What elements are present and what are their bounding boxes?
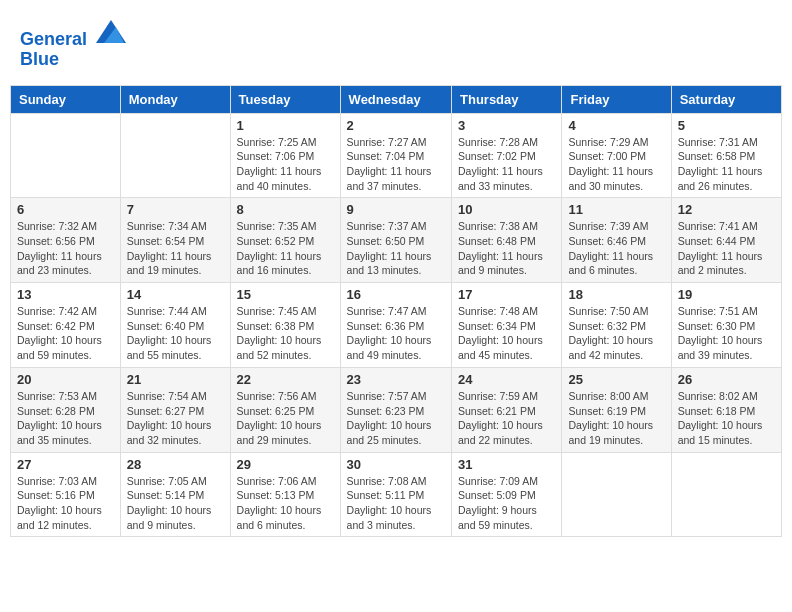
day-number: 19 bbox=[678, 287, 775, 302]
day-info: Sunrise: 7:57 AM Sunset: 6:23 PM Dayligh… bbox=[347, 389, 445, 448]
calendar-cell: 26Sunrise: 8:02 AM Sunset: 6:18 PM Dayli… bbox=[671, 367, 781, 452]
calendar-cell bbox=[562, 452, 671, 537]
calendar-cell: 23Sunrise: 7:57 AM Sunset: 6:23 PM Dayli… bbox=[340, 367, 451, 452]
day-number: 24 bbox=[458, 372, 555, 387]
day-info: Sunrise: 7:09 AM Sunset: 5:09 PM Dayligh… bbox=[458, 474, 555, 533]
calendar-cell: 7Sunrise: 7:34 AM Sunset: 6:54 PM Daylig… bbox=[120, 198, 230, 283]
day-info: Sunrise: 7:54 AM Sunset: 6:27 PM Dayligh… bbox=[127, 389, 224, 448]
weekday-header: Monday bbox=[120, 85, 230, 113]
day-number: 11 bbox=[568, 202, 664, 217]
calendar-cell: 27Sunrise: 7:03 AM Sunset: 5:16 PM Dayli… bbox=[11, 452, 121, 537]
calendar-cell: 24Sunrise: 7:59 AM Sunset: 6:21 PM Dayli… bbox=[452, 367, 562, 452]
day-info: Sunrise: 8:00 AM Sunset: 6:19 PM Dayligh… bbox=[568, 389, 664, 448]
day-number: 28 bbox=[127, 457, 224, 472]
day-number: 14 bbox=[127, 287, 224, 302]
calendar-cell: 19Sunrise: 7:51 AM Sunset: 6:30 PM Dayli… bbox=[671, 283, 781, 368]
calendar-cell: 21Sunrise: 7:54 AM Sunset: 6:27 PM Dayli… bbox=[120, 367, 230, 452]
calendar-cell: 13Sunrise: 7:42 AM Sunset: 6:42 PM Dayli… bbox=[11, 283, 121, 368]
day-number: 26 bbox=[678, 372, 775, 387]
day-number: 25 bbox=[568, 372, 664, 387]
calendar-cell bbox=[120, 113, 230, 198]
day-number: 10 bbox=[458, 202, 555, 217]
calendar-cell: 4Sunrise: 7:29 AM Sunset: 7:00 PM Daylig… bbox=[562, 113, 671, 198]
day-number: 13 bbox=[17, 287, 114, 302]
day-info: Sunrise: 7:53 AM Sunset: 6:28 PM Dayligh… bbox=[17, 389, 114, 448]
calendar-cell: 28Sunrise: 7:05 AM Sunset: 5:14 PM Dayli… bbox=[120, 452, 230, 537]
day-info: Sunrise: 7:39 AM Sunset: 6:46 PM Dayligh… bbox=[568, 219, 664, 278]
day-info: Sunrise: 7:25 AM Sunset: 7:06 PM Dayligh… bbox=[237, 135, 334, 194]
day-info: Sunrise: 7:48 AM Sunset: 6:34 PM Dayligh… bbox=[458, 304, 555, 363]
day-info: Sunrise: 7:08 AM Sunset: 5:11 PM Dayligh… bbox=[347, 474, 445, 533]
day-number: 7 bbox=[127, 202, 224, 217]
logo-blue: Blue bbox=[20, 49, 59, 69]
day-number: 22 bbox=[237, 372, 334, 387]
day-info: Sunrise: 7:56 AM Sunset: 6:25 PM Dayligh… bbox=[237, 389, 334, 448]
day-number: 20 bbox=[17, 372, 114, 387]
day-info: Sunrise: 7:31 AM Sunset: 6:58 PM Dayligh… bbox=[678, 135, 775, 194]
calendar-cell: 20Sunrise: 7:53 AM Sunset: 6:28 PM Dayli… bbox=[11, 367, 121, 452]
day-number: 30 bbox=[347, 457, 445, 472]
day-info: Sunrise: 7:50 AM Sunset: 6:32 PM Dayligh… bbox=[568, 304, 664, 363]
calendar-cell: 5Sunrise: 7:31 AM Sunset: 6:58 PM Daylig… bbox=[671, 113, 781, 198]
calendar-cell: 29Sunrise: 7:06 AM Sunset: 5:13 PM Dayli… bbox=[230, 452, 340, 537]
calendar-cell: 14Sunrise: 7:44 AM Sunset: 6:40 PM Dayli… bbox=[120, 283, 230, 368]
day-info: Sunrise: 7:27 AM Sunset: 7:04 PM Dayligh… bbox=[347, 135, 445, 194]
day-number: 29 bbox=[237, 457, 334, 472]
day-info: Sunrise: 7:44 AM Sunset: 6:40 PM Dayligh… bbox=[127, 304, 224, 363]
calendar-cell: 22Sunrise: 7:56 AM Sunset: 6:25 PM Dayli… bbox=[230, 367, 340, 452]
calendar-table: SundayMondayTuesdayWednesdayThursdayFrid… bbox=[10, 85, 782, 538]
day-info: Sunrise: 7:34 AM Sunset: 6:54 PM Dayligh… bbox=[127, 219, 224, 278]
calendar-week-row: 20Sunrise: 7:53 AM Sunset: 6:28 PM Dayli… bbox=[11, 367, 782, 452]
calendar-cell: 6Sunrise: 7:32 AM Sunset: 6:56 PM Daylig… bbox=[11, 198, 121, 283]
calendar-cell: 25Sunrise: 8:00 AM Sunset: 6:19 PM Dayli… bbox=[562, 367, 671, 452]
logo-icon bbox=[96, 15, 126, 45]
calendar-cell bbox=[671, 452, 781, 537]
day-info: Sunrise: 7:51 AM Sunset: 6:30 PM Dayligh… bbox=[678, 304, 775, 363]
page-header: General Blue bbox=[10, 10, 782, 75]
calendar-cell: 10Sunrise: 7:38 AM Sunset: 6:48 PM Dayli… bbox=[452, 198, 562, 283]
day-info: Sunrise: 7:41 AM Sunset: 6:44 PM Dayligh… bbox=[678, 219, 775, 278]
calendar-cell: 8Sunrise: 7:35 AM Sunset: 6:52 PM Daylig… bbox=[230, 198, 340, 283]
day-number: 4 bbox=[568, 118, 664, 133]
day-number: 12 bbox=[678, 202, 775, 217]
calendar-week-row: 6Sunrise: 7:32 AM Sunset: 6:56 PM Daylig… bbox=[11, 198, 782, 283]
weekday-header: Tuesday bbox=[230, 85, 340, 113]
calendar-week-row: 13Sunrise: 7:42 AM Sunset: 6:42 PM Dayli… bbox=[11, 283, 782, 368]
day-info: Sunrise: 7:06 AM Sunset: 5:13 PM Dayligh… bbox=[237, 474, 334, 533]
calendar-cell: 1Sunrise: 7:25 AM Sunset: 7:06 PM Daylig… bbox=[230, 113, 340, 198]
calendar-cell: 2Sunrise: 7:27 AM Sunset: 7:04 PM Daylig… bbox=[340, 113, 451, 198]
day-info: Sunrise: 7:05 AM Sunset: 5:14 PM Dayligh… bbox=[127, 474, 224, 533]
day-info: Sunrise: 7:47 AM Sunset: 6:36 PM Dayligh… bbox=[347, 304, 445, 363]
calendar-cell: 17Sunrise: 7:48 AM Sunset: 6:34 PM Dayli… bbox=[452, 283, 562, 368]
day-info: Sunrise: 7:45 AM Sunset: 6:38 PM Dayligh… bbox=[237, 304, 334, 363]
calendar-cell: 11Sunrise: 7:39 AM Sunset: 6:46 PM Dayli… bbox=[562, 198, 671, 283]
calendar-header-row: SundayMondayTuesdayWednesdayThursdayFrid… bbox=[11, 85, 782, 113]
day-info: Sunrise: 7:38 AM Sunset: 6:48 PM Dayligh… bbox=[458, 219, 555, 278]
weekday-header: Wednesday bbox=[340, 85, 451, 113]
calendar-week-row: 1Sunrise: 7:25 AM Sunset: 7:06 PM Daylig… bbox=[11, 113, 782, 198]
day-number: 8 bbox=[237, 202, 334, 217]
day-info: Sunrise: 7:32 AM Sunset: 6:56 PM Dayligh… bbox=[17, 219, 114, 278]
calendar-cell: 18Sunrise: 7:50 AM Sunset: 6:32 PM Dayli… bbox=[562, 283, 671, 368]
day-number: 17 bbox=[458, 287, 555, 302]
calendar-cell: 9Sunrise: 7:37 AM Sunset: 6:50 PM Daylig… bbox=[340, 198, 451, 283]
calendar-cell: 30Sunrise: 7:08 AM Sunset: 5:11 PM Dayli… bbox=[340, 452, 451, 537]
day-number: 2 bbox=[347, 118, 445, 133]
day-number: 1 bbox=[237, 118, 334, 133]
day-info: Sunrise: 7:03 AM Sunset: 5:16 PM Dayligh… bbox=[17, 474, 114, 533]
calendar-cell: 16Sunrise: 7:47 AM Sunset: 6:36 PM Dayli… bbox=[340, 283, 451, 368]
day-number: 21 bbox=[127, 372, 224, 387]
day-number: 23 bbox=[347, 372, 445, 387]
weekday-header: Thursday bbox=[452, 85, 562, 113]
day-number: 27 bbox=[17, 457, 114, 472]
day-info: Sunrise: 8:02 AM Sunset: 6:18 PM Dayligh… bbox=[678, 389, 775, 448]
day-info: Sunrise: 7:37 AM Sunset: 6:50 PM Dayligh… bbox=[347, 219, 445, 278]
day-number: 15 bbox=[237, 287, 334, 302]
weekday-header: Sunday bbox=[11, 85, 121, 113]
day-info: Sunrise: 7:59 AM Sunset: 6:21 PM Dayligh… bbox=[458, 389, 555, 448]
calendar-cell: 15Sunrise: 7:45 AM Sunset: 6:38 PM Dayli… bbox=[230, 283, 340, 368]
calendar-cell: 3Sunrise: 7:28 AM Sunset: 7:02 PM Daylig… bbox=[452, 113, 562, 198]
calendar-cell: 12Sunrise: 7:41 AM Sunset: 6:44 PM Dayli… bbox=[671, 198, 781, 283]
day-info: Sunrise: 7:35 AM Sunset: 6:52 PM Dayligh… bbox=[237, 219, 334, 278]
day-number: 9 bbox=[347, 202, 445, 217]
